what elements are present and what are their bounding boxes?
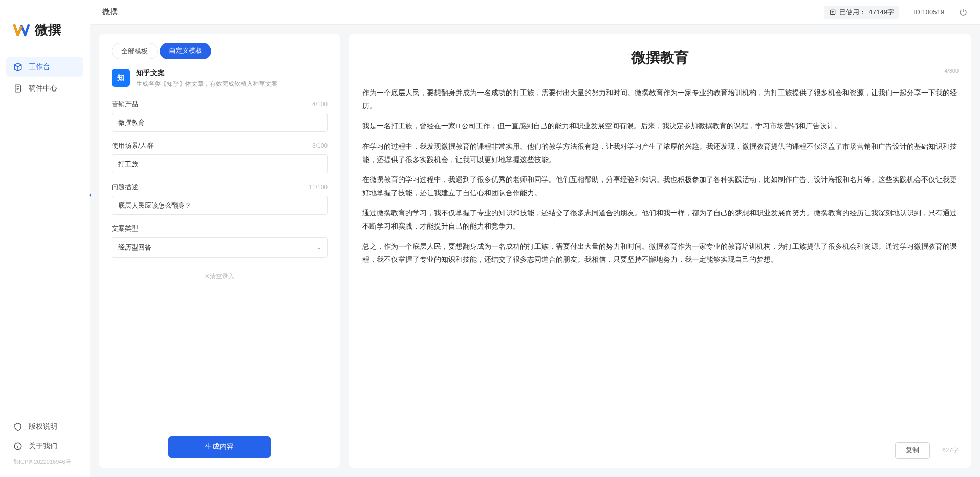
power-icon[interactable] [959,8,968,17]
scenario-input[interactable] [112,154,328,173]
footer-label: 版权说明 [29,422,57,431]
field-type: 文案类型 经历型回答 ⌄ [112,224,328,258]
brand-name: 微撰 [35,21,61,39]
sidebar-footer: 版权说明 关于我们 鄂ICP备2022016946号 [0,413,90,477]
output-paragraph: 在学习的过程中，我发现微撰教育的课程非常实用。他们的教学方法很有趣，让我对学习产… [362,140,957,166]
generate-button[interactable]: 生成内容 [168,436,271,458]
product-input[interactable] [112,113,328,132]
output-title-count: 4/300 [944,67,959,74]
text-usage-icon [829,9,836,16]
page-title: 微撰 [102,7,118,17]
sidebar-collapse-handle[interactable] [86,189,94,201]
output-panel: 微撰教育 4/300 作为一个底层人民，要想翻身并成为一名成功的打工族，需要付出… [349,34,971,468]
logo-icon [12,20,31,39]
footer-about[interactable]: 关于我们 [6,437,83,456]
field-label: 问题描述 [112,183,138,192]
info-icon [13,442,23,451]
tab-all-templates[interactable]: 全部模板 [112,43,158,59]
field-label: 营销产品 [112,100,138,109]
tab-custom-templates[interactable]: 自定义模板 [160,43,211,59]
copy-button[interactable]: 复制 [895,442,930,459]
nav-label: 工作台 [29,62,50,72]
template-tabs: 全部模板 自定义模板 [112,43,328,59]
output-body: 作为一个底层人民，要想翻身并成为一名成功的打工族，需要付出大量的努力和时间。微撰… [361,83,959,436]
nav-item-drafts[interactable]: 稿件中心 [6,79,83,98]
output-paragraph: 总之，作为一个底层人民，要想翻身成为一名成功的打工族，需要付出大量的努力和时间。… [362,240,957,266]
template-card: 知 知乎文案 生成各类【知乎】体文章，有效完成软植入种草文案 [112,69,328,88]
type-select[interactable]: 经历型回答 [112,237,328,258]
document-icon [13,84,23,93]
icp-text: 鄂ICP备2022016946号 [6,456,83,468]
template-desc: 生成各类【知乎】体文章，有效完成软植入种草文案 [136,80,277,88]
field-count: 11/100 [309,184,328,191]
usage-badge: 已使用： 47149字 [824,6,899,19]
shield-icon [13,422,23,431]
field-label: 文案类型 [112,224,138,233]
nav-label: 稿件中心 [29,84,57,93]
topbar: 微撰 已使用： 47149字 ID:100519 [90,0,980,25]
question-input[interactable] [112,196,328,215]
form-panel: 全部模板 自定义模板 知 知乎文案 生成各类【知乎】体文章，有效完成软植入种草文… [99,34,340,468]
zhihu-icon: 知 [112,69,130,87]
field-label: 使用场景/人群 [112,141,154,150]
footer-label: 关于我们 [29,442,57,451]
logo: 微撰 [0,10,90,57]
nav-item-workbench[interactable]: 工作台 [6,57,83,77]
output-paragraph: 在微撰教育的学习过程中，我遇到了很多优秀的老师和同学。他们互相帮助，分享经验和知… [362,173,957,199]
output-char-count: 627字 [942,446,959,455]
field-scenario: 使用场景/人群 3/100 [112,141,328,173]
usage-label: 已使用： [839,8,866,17]
output-paragraph: 通过微撰教育的学习，我不仅掌握了专业的知识和技能，还结交了很多志同道合的朋友。他… [362,207,957,233]
footer-copyright[interactable]: 版权说明 [6,417,83,437]
usage-value: 47149字 [869,8,894,17]
sidebar: 微撰 工作台 稿件中心 版权说明 关于我们 鄂ICP备2022016946号 [0,0,90,477]
user-id: ID:100519 [913,8,944,16]
cube-icon [13,62,23,72]
field-count: 4/100 [312,101,328,108]
field-product: 营销产品 4/100 [112,100,328,132]
clear-input-button[interactable]: ✕清空录入 [112,272,328,281]
output-paragraph: 作为一个底层人民，要想翻身并成为一名成功的打工族，需要付出大量的努力和时间。微撰… [362,86,957,112]
output-title: 微撰教育 [631,50,689,65]
field-question: 问题描述 11/100 [112,183,328,215]
field-count: 3/100 [312,142,328,149]
nav: 工作台 稿件中心 [0,57,90,413]
template-title: 知乎文案 [136,69,277,78]
output-paragraph: 我是一名打工族，曾经在一家IT公司工作，但一直感到自己的能力和职业发展空间有限。… [362,120,957,133]
